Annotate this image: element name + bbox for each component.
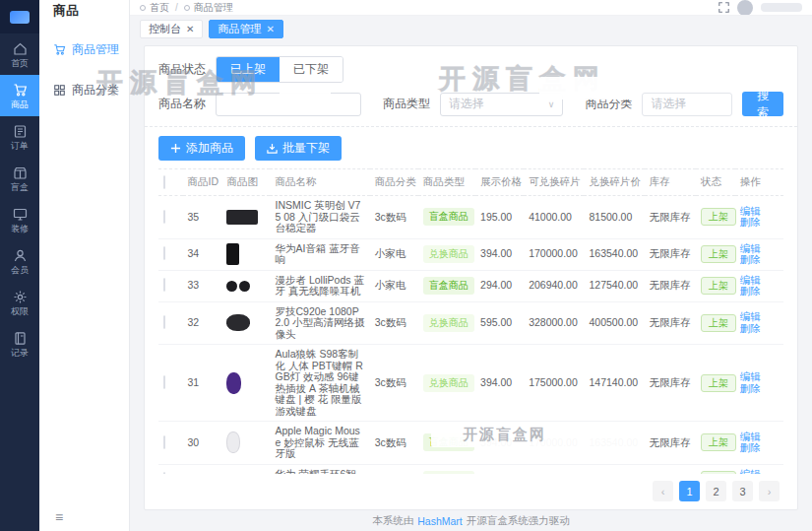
product-category: 3c数码 <box>370 422 418 465</box>
table-row: 32罗技C920e 1080P 2.0 小型高清网络摄像头3c数码兑换商品595… <box>158 301 783 345</box>
topbar: 首页 / 商品管理 <box>130 0 812 16</box>
column-header: 操作 <box>735 169 783 196</box>
column-header: 兑换碎片价 <box>584 169 644 196</box>
product-fragments: 328000.00 <box>524 301 584 345</box>
breadcrumb-home[interactable]: 首页 <box>150 1 169 15</box>
batch-offline-button[interactable]: 批量下架 <box>255 136 342 161</box>
product-id: 30 <box>183 422 222 465</box>
submenu-item-cart[interactable]: 商品管理 <box>39 30 129 70</box>
product-stock: 无限库存 <box>645 270 696 301</box>
edit-link[interactable]: 编辑 <box>740 274 761 286</box>
rail-item-book[interactable]: 记录 <box>0 323 39 365</box>
product-name-input[interactable] <box>216 93 361 116</box>
rail-item-home[interactable]: 首页 <box>0 33 39 75</box>
submenu-item-category[interactable]: 商品分类 <box>39 70 129 110</box>
status-option[interactable]: 已上架 <box>217 57 280 82</box>
breadcrumb-icon <box>140 5 146 11</box>
rail-item-user[interactable]: 会员 <box>0 240 39 282</box>
nav-rail: 首页商品订单盲盒装修会员权限记录 <box>0 0 39 531</box>
delete-link[interactable]: 删除 <box>740 322 761 334</box>
product-category: 3c数码 <box>370 301 418 345</box>
column-header: 商品ID <box>183 169 222 196</box>
tab-active[interactable]: 商品管理✕ <box>209 20 282 38</box>
status-option[interactable]: 已下架 <box>280 57 343 82</box>
edit-link[interactable]: 编辑 <box>740 431 761 442</box>
edit-link[interactable]: 编辑 <box>740 310 761 322</box>
product-type-select[interactable]: 请选择 ∨ <box>440 93 563 116</box>
home-icon <box>13 41 28 56</box>
rail-item-monitor[interactable]: 装修 <box>0 199 39 240</box>
edit-link[interactable]: 编辑 <box>740 370 761 382</box>
product-name: 罗技C920e 1080P 2.0 小型高清网络摄像头 <box>270 301 369 345</box>
delete-link[interactable]: 删除 <box>740 216 761 228</box>
product-type-badge: 盲盒商品 <box>423 277 474 295</box>
rail-item-box[interactable]: 盲盒 <box>0 158 39 199</box>
edit-link[interactable]: 编辑 <box>740 242 761 254</box>
product-price: 294.00 <box>475 270 524 301</box>
product-price: 394.00 <box>475 238 524 270</box>
status-badge: 上架 <box>701 433 736 451</box>
app-logo[interactable] <box>0 0 39 33</box>
next-page-button[interactable]: › <box>759 481 780 501</box>
product-category: 3c数码 <box>370 345 418 422</box>
table-row: 33漫步者 LolliPods 蓝牙 真无线降噪耳机小家电盲盒商品294.002… <box>158 270 783 301</box>
delete-link[interactable]: 删除 <box>740 382 761 394</box>
user-avatar[interactable] <box>737 0 753 16</box>
row-checkbox[interactable] <box>163 210 165 224</box>
close-icon[interactable]: ✕ <box>266 24 274 34</box>
product-category-select[interactable]: 请选择 <box>642 93 732 116</box>
footer-link[interactable]: HashMart <box>417 515 463 527</box>
status-filter-label: 商品状态 <box>158 61 206 78</box>
rail-item-cart[interactable]: 商品 <box>0 75 39 116</box>
product-image <box>226 281 265 292</box>
add-product-button[interactable]: 添加商品 <box>158 136 245 161</box>
status-badge: 上架 <box>701 277 736 295</box>
product-image <box>226 372 241 394</box>
divider <box>145 126 797 127</box>
close-icon[interactable]: ✕ <box>186 24 194 34</box>
row-checkbox[interactable] <box>163 315 165 329</box>
row-checkbox[interactable] <box>163 435 165 449</box>
delete-link[interactable]: 删除 <box>740 441 761 453</box>
product-fragment-price: 400500.00 <box>584 301 644 345</box>
product-type-badge: 盲盒商品 <box>423 433 474 451</box>
book-icon <box>13 331 28 346</box>
delete-link[interactable]: 删除 <box>740 253 761 265</box>
rail-item-gear[interactable]: 权限 <box>0 282 39 323</box>
sidebar-collapse-button[interactable]: ≡ <box>39 503 129 531</box>
logo-icon <box>10 11 30 24</box>
fullscreen-icon[interactable] <box>718 2 729 13</box>
column-header: 可兑换碎片 <box>524 169 584 196</box>
tabs-bar: 控制台✕商品管理✕ <box>130 16 812 41</box>
product-table-wrap: 商品ID商品图商品名称商品分类商品类型展示价格可兑换碎片兑换碎片价库存状态操作 … <box>158 168 783 474</box>
row-checkbox[interactable] <box>163 278 165 292</box>
rail-item-label: 会员 <box>11 266 29 275</box>
search-button[interactable]: 搜索 <box>742 92 783 116</box>
page-button-1[interactable]: 1 <box>679 481 700 501</box>
delete-link[interactable]: 删除 <box>740 285 761 297</box>
submenu-item-label: 商品管理 <box>72 41 119 58</box>
rail-item-order[interactable]: 订单 <box>0 116 39 158</box>
tab-label: 商品管理 <box>218 22 261 36</box>
page-button-2[interactable]: 2 <box>706 481 726 501</box>
product-stock: 无限库存 <box>645 238 696 270</box>
plus-icon <box>170 143 181 154</box>
pagination: ‹123› <box>158 474 783 505</box>
row-checkbox[interactable] <box>163 375 165 389</box>
order-icon <box>13 124 28 139</box>
product-type-badge: 兑换商品 <box>423 314 474 332</box>
select-all-checkbox[interactable] <box>163 175 165 189</box>
prev-page-button[interactable]: ‹ <box>653 481 673 501</box>
rail-item-label: 盲盒 <box>11 183 29 192</box>
tab-item[interactable]: 控制台✕ <box>140 20 203 38</box>
column-header: 商品图 <box>221 169 270 196</box>
page-button-3[interactable]: 3 <box>732 481 753 501</box>
edit-link[interactable]: 编辑 <box>740 205 761 217</box>
table-header-row: 商品ID商品图商品名称商品分类商品类型展示价格可兑换碎片兑换碎片价库存状态操作 <box>158 169 783 196</box>
product-image <box>226 314 250 331</box>
product-category: 小家电 <box>370 270 418 301</box>
row-checkbox[interactable] <box>163 246 165 260</box>
product-id: 35 <box>183 196 222 239</box>
status-badge: 上架 <box>701 374 736 392</box>
content: 商品状态 已上架已下架 商品名称 商品类型 请选择 ∨ 商品分类 请选择 <box>130 41 812 531</box>
